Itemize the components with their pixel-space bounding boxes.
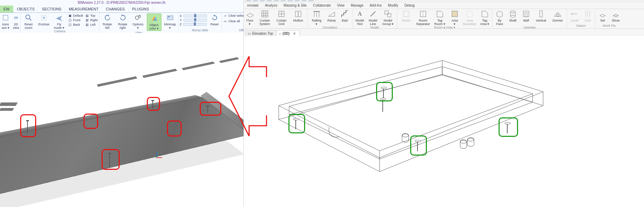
cam-right[interactable]: ▥Right xyxy=(85,18,98,22)
circulation-group-label: Circulation xyxy=(310,26,350,29)
tag-room-icon xyxy=(436,10,444,18)
room-separator-label: RoomSeparator xyxy=(416,19,430,26)
model-group-btn[interactable]: ModelGroup ▾ xyxy=(381,10,395,26)
wall-opening-btn[interactable]: Wall xyxy=(521,10,531,22)
quick-access-toolbar[interactable] xyxy=(246,0,313,1)
minimap-label: Minimap▾ xyxy=(164,23,176,30)
storey-z-slider[interactable] xyxy=(183,23,207,26)
object-color-btn[interactable]: Objectcolor ▾ xyxy=(147,14,161,31)
floor-btn[interactable]: Floor▾ xyxy=(245,10,255,26)
floor-icon xyxy=(246,10,254,18)
ramp-btn[interactable]: Ramp xyxy=(326,10,337,22)
tab-view[interactable]: View xyxy=(334,2,348,9)
tab-analyze[interactable]: Analyze xyxy=(262,2,280,9)
vertical-btn[interactable]: Vertical xyxy=(534,10,548,22)
cam-front[interactable]: ◫Front xyxy=(68,18,83,22)
cam-back[interactable]: ◫Back xyxy=(68,23,83,27)
tab-manage[interactable]: Manage xyxy=(348,2,366,9)
curtain-grid-btn[interactable]: CurtainGrid xyxy=(275,10,288,26)
cam-back-label: Back xyxy=(73,23,80,26)
curtain-system-label: CurtainSystem xyxy=(260,19,270,26)
2d-view-label: 2Dview xyxy=(13,23,19,30)
model-group-icon xyxy=(384,10,392,18)
rotate-left-btn[interactable]: Rotateleft xyxy=(101,14,114,30)
storey-group-label: Storey slide xyxy=(180,28,220,33)
model-line-btn[interactable]: ModelLine xyxy=(368,10,378,26)
model-text-btn[interactable]: A ModelText xyxy=(355,10,365,26)
tab-massing-site[interactable]: Massing & Site xyxy=(280,2,310,9)
railing-btn[interactable]: Railing▾ xyxy=(310,10,324,26)
set-label: Set xyxy=(600,19,605,22)
tab-changes[interactable]: CHANGES xyxy=(102,6,128,13)
tag-area-btn[interactable]: TagArea ▾ xyxy=(479,10,490,26)
cam-front-label: Front xyxy=(73,18,80,22)
options-btn[interactable]: Options▾ xyxy=(132,14,145,30)
railing-icon xyxy=(312,10,321,18)
tab-addins[interactable]: Add-Ins xyxy=(366,2,384,9)
2d-icon: 2D xyxy=(12,14,20,22)
reset-zoom-btn[interactable]: Resetzoom xyxy=(22,14,35,30)
shaft-icon xyxy=(509,10,517,18)
tab-debug[interactable]: Debug xyxy=(401,2,418,9)
fly-mode-btn[interactable]: Flymode ▾ xyxy=(53,14,66,30)
level-label: Level xyxy=(571,19,578,22)
highlight-red xyxy=(167,121,182,136)
set-btn[interactable]: Set xyxy=(597,10,608,22)
room-area-group-label: Room & Area ▾ xyxy=(399,26,490,29)
curtain-system-btn[interactable]: CurtainSystem xyxy=(258,10,272,26)
tag-area-icon xyxy=(480,10,489,18)
by-face-btn[interactable]: ByFace xyxy=(494,10,505,26)
close-tab-btn[interactable]: ✕ xyxy=(293,32,296,35)
tab-sections[interactable]: SECTIONS xyxy=(38,6,65,13)
rotate-right-icon xyxy=(119,14,127,22)
tab-objects[interactable]: OBJECTS xyxy=(14,6,39,13)
revit-titlebar xyxy=(244,0,644,2)
cube-icon: ▣ xyxy=(68,14,72,18)
cam-left[interactable]: ▥Left xyxy=(85,23,98,27)
storey-x-slider[interactable] xyxy=(183,15,207,17)
enclose-btn[interactable]: Enclose xyxy=(37,14,50,26)
enclose-icon xyxy=(40,14,48,22)
area-btn[interactable]: Area▾ xyxy=(450,10,460,26)
show-btn[interactable]: Show xyxy=(611,10,621,22)
tab-annotate[interactable]: nnotate xyxy=(244,2,262,9)
ramp-icon xyxy=(327,10,336,18)
dormer-btn[interactable]: Dormer xyxy=(551,10,565,22)
stair-label: Stair xyxy=(342,19,348,22)
svg-point-9 xyxy=(138,15,141,17)
storey-reset-btn[interactable]: Reset xyxy=(209,14,220,26)
mullion-btn[interactable]: Mullion xyxy=(291,10,305,22)
room-separator-btn[interactable]: RoomSeparator xyxy=(416,10,430,26)
cam-default[interactable]: ▣Default xyxy=(68,14,83,18)
model-text-icon: A xyxy=(356,10,364,18)
storey-y-slider[interactable] xyxy=(183,19,207,22)
viewtab-3d[interactable]: ⌂ {3D} ✕ xyxy=(277,30,300,36)
stair-btn[interactable]: Stair xyxy=(340,10,350,22)
bimvision-viewport[interactable] xyxy=(0,33,244,207)
svg-rect-52 xyxy=(557,14,559,16)
tag-room-btn[interactable]: TagRoom ▾ xyxy=(433,10,447,26)
storey-z-label: Z xyxy=(180,23,182,26)
tab-plugins[interactable]: PLUGINS xyxy=(129,6,153,13)
revit-viewport[interactable] xyxy=(244,36,644,207)
tag-area-label: TagArea ▾ xyxy=(480,19,490,26)
opening-group-label: Opening xyxy=(494,26,565,29)
grid-label2: Grid xyxy=(585,19,590,22)
shaft-btn[interactable]: Shaft xyxy=(508,10,518,22)
minimap-btn[interactable]: Minimap▾ xyxy=(164,14,177,30)
cam-top[interactable]: ▤Top xyxy=(85,14,98,18)
viewtab-elevation-top[interactable]: ▭ Elevation Top xyxy=(245,30,277,36)
tab-modify[interactable]: Modify xyxy=(385,2,401,9)
svg-point-44 xyxy=(510,11,515,13)
tab-measurement[interactable]: MEASUREMENT xyxy=(65,6,103,13)
rotate-right-btn[interactable]: Rotateright xyxy=(116,14,129,30)
tab-view[interactable]: EW xyxy=(0,6,14,13)
rotate-left-label: Rotateleft xyxy=(103,23,112,30)
sections-btn[interactable]: tionsace ▾ xyxy=(1,14,10,30)
cam-left-label: Left xyxy=(90,23,96,26)
2d-view-btn[interactable]: 2D 2Dview xyxy=(12,14,20,30)
model-line-icon xyxy=(369,10,377,18)
room-separator-icon xyxy=(419,10,427,18)
viewtab-elevation-top-label: Elevation Top xyxy=(252,32,273,35)
tab-collaborate[interactable]: Collaborate xyxy=(310,2,334,9)
